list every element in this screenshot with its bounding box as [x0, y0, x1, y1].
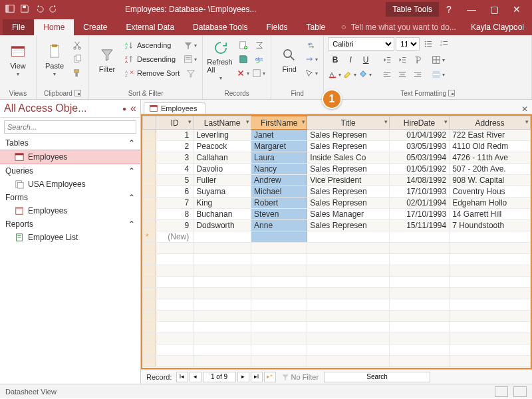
nav-group-forms[interactable]: Forms⌃	[0, 191, 140, 204]
tab-home[interactable]: Home	[34, 19, 74, 35]
nav-last-button[interactable]: ▸I	[251, 372, 263, 382]
sort-desc-button[interactable]: ZADescending	[122, 53, 182, 66]
clipboard-launcher[interactable]	[74, 90, 81, 96]
sort-asc-button[interactable]: AZAscending	[122, 39, 182, 52]
align-center-icon[interactable]	[395, 68, 410, 81]
find-button[interactable]: Find	[275, 37, 303, 82]
replace-icon[interactable]: ab	[305, 39, 319, 52]
view-button[interactable]: View▾	[4, 37, 32, 82]
document-tab-employees[interactable]: Employees	[144, 102, 205, 114]
format-painter-icon[interactable]	[70, 66, 84, 80]
svg-rect-62	[15, 154, 23, 156]
tab-create[interactable]: Create	[74, 19, 116, 35]
filter-button[interactable]: Filter	[93, 37, 121, 82]
table-row[interactable]: 1LeverlingJanetSales Represen01/04/19927…	[143, 130, 531, 141]
tab-fields[interactable]: Fields	[257, 19, 297, 35]
new-record-icon[interactable]	[236, 39, 251, 52]
user-name[interactable]: Kayla Claypool	[463, 19, 532, 35]
textfmt-launcher[interactable]	[448, 90, 455, 96]
advanced-filter-icon[interactable]: ▾	[184, 53, 198, 66]
nav-item-employee-list[interactable]: Employee List	[0, 231, 140, 244]
nav-prev-button[interactable]: ◂	[190, 372, 201, 382]
nav-position-input[interactable]	[203, 372, 236, 382]
table-row[interactable]: 7KingRobertSales Represen02/01/1994Edgeh…	[143, 198, 531, 209]
new-row[interactable]: *(New)	[143, 231, 531, 243]
tab-database-tools[interactable]: Database Tools	[184, 19, 257, 35]
nav-collapse-icon[interactable]: «	[126, 102, 136, 114]
table-row[interactable]: 4DavolioNancySales Represen01/05/1992507…	[143, 164, 531, 175]
bold-icon[interactable]: B	[328, 53, 342, 66]
alt-row-color-icon[interactable]: ▾	[432, 68, 446, 81]
undo-icon[interactable]	[35, 4, 44, 15]
indent-right-icon[interactable]	[395, 53, 410, 66]
nav-group-queries[interactable]: Queries⌃	[0, 164, 140, 178]
copy-icon[interactable]	[70, 53, 84, 66]
gridlines-icon[interactable]: ▾	[432, 53, 446, 66]
cut-icon[interactable]	[70, 39, 84, 52]
select-icon[interactable]: ▾	[305, 66, 319, 80]
text-direction-icon[interactable]	[410, 53, 425, 66]
refresh-button[interactable]: Refresh All▾	[207, 37, 235, 82]
font-size-select[interactable]: 11	[396, 37, 420, 51]
nav-search-input[interactable]	[324, 372, 430, 382]
nav-item-usa-employees[interactable]: USA Employees	[0, 178, 140, 191]
maximize-button[interactable]: ▢	[484, 4, 504, 15]
tab-table[interactable]: Table	[297, 19, 335, 35]
spelling-icon[interactable]: abc	[252, 53, 267, 66]
toggle-filter-icon[interactable]	[184, 66, 198, 80]
paste-button[interactable]: Paste▾	[41, 37, 68, 82]
nav-group-tables[interactable]: Tables⌃	[0, 136, 140, 150]
tab-file[interactable]: File	[3, 19, 34, 35]
delete-record-icon[interactable]: ▾	[236, 66, 251, 80]
nav-new-button[interactable]: ▸*	[264, 372, 276, 382]
nav-group-reports[interactable]: Reports⌃	[0, 217, 140, 231]
column-header-lastname[interactable]: LastName▾	[194, 116, 251, 130]
nav-title[interactable]: All Access Obje...	[4, 102, 122, 114]
column-header-address[interactable]: Address▾	[450, 116, 531, 130]
datasheet-view-icon[interactable]	[495, 386, 508, 397]
selection-filter-icon[interactable]: ▾	[184, 39, 198, 52]
close-document-icon[interactable]: ✕	[517, 104, 532, 114]
column-header-title[interactable]: Title▾	[307, 116, 390, 130]
redo-icon[interactable]	[49, 4, 59, 15]
table-row[interactable]: 3CallahanLauraInside Sales Co05/03/19944…	[143, 152, 531, 164]
more-records-icon[interactable]: ▾	[252, 66, 267, 80]
font-name-select[interactable]: Calibri	[328, 37, 394, 51]
tell-me[interactable]: Tell me what you want to do...	[334, 19, 463, 35]
numbering-icon[interactable]: 12	[437, 37, 452, 51]
underline-icon[interactable]: U	[358, 53, 373, 66]
fill-color-icon[interactable]: ▾	[358, 68, 373, 81]
highlight-icon[interactable]: ▾	[343, 68, 358, 81]
table-row[interactable]: 5FullerAndrewVice President14/08/1992908…	[143, 175, 531, 186]
close-button[interactable]: ✕	[507, 4, 527, 15]
font-color-icon[interactable]: A▾	[328, 68, 342, 81]
bullets-icon[interactable]	[421, 37, 436, 51]
design-view-icon[interactable]	[513, 386, 527, 397]
indent-left-icon[interactable]	[380, 53, 394, 66]
nav-search-input[interactable]	[4, 120, 136, 134]
table-row[interactable]: 6SuyamaMichaelSales Represen17/10/1993Co…	[143, 186, 531, 198]
column-header-hiredate[interactable]: HireDate▾	[389, 116, 449, 130]
save-record-icon[interactable]	[236, 53, 251, 66]
nav-filter-indicator[interactable]: No Filter	[277, 373, 323, 381]
nav-first-button[interactable]: I◂	[176, 372, 188, 382]
table-row[interactable]: 2PeacockMargaretSales Represen03/05/1993…	[143, 141, 531, 152]
nav-next-button[interactable]: ▸	[237, 372, 249, 382]
minimize-button[interactable]: —	[462, 4, 481, 15]
tab-external-data[interactable]: External Data	[116, 19, 184, 35]
datasheet-grid[interactable]: ID▾LastName▾FirstName▾Title▾HireDate▾Add…	[141, 114, 532, 369]
table-row[interactable]: 8BuchananStevenSales Manager17/10/199314…	[143, 209, 531, 220]
remove-sort-button[interactable]: AZRemove Sort	[122, 66, 182, 80]
column-header-firstname[interactable]: FirstName▾	[251, 116, 307, 130]
align-left-icon[interactable]	[380, 68, 394, 81]
column-header-id[interactable]: ID▾	[156, 116, 194, 130]
align-right-icon[interactable]	[410, 68, 425, 81]
save-icon[interactable]	[20, 4, 29, 15]
italic-icon[interactable]: I	[343, 53, 358, 66]
goto-icon[interactable]: ▾	[305, 53, 319, 66]
nav-item-employees[interactable]: Employees	[0, 150, 140, 164]
table-row[interactable]: 9DodsworthAnneSales Represen15/11/19947 …	[143, 220, 531, 231]
totals-icon[interactable]	[252, 39, 267, 52]
help-button[interactable]: ?	[439, 4, 459, 15]
nav-item-employees[interactable]: Employees	[0, 204, 140, 217]
